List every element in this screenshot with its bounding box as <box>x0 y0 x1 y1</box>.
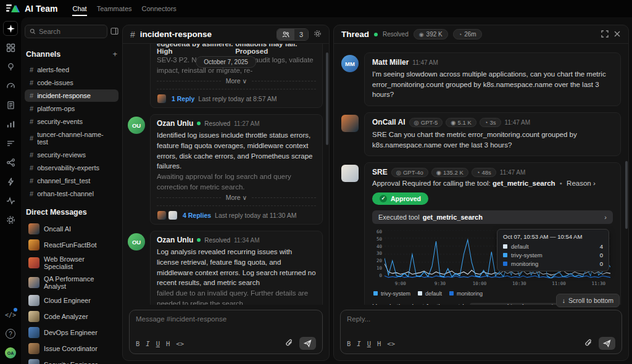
legend-item[interactable]: default <box>418 291 442 297</box>
tab-connectors[interactable]: Connectors <box>142 1 177 16</box>
search-placeholder: Search <box>39 28 60 35</box>
add-channel-button[interactable]: + <box>112 49 117 59</box>
scroll-to-bottom-button[interactable]: ↓ Scroll to bottom <box>556 294 620 307</box>
y-tick-label: 0 <box>372 273 382 278</box>
sidebar-item-tuncer-channel-name-test[interactable]: #tuncer-channel-name-test <box>25 128 118 148</box>
approved-button[interactable]: ✓ Approved <box>372 192 428 205</box>
sidebar-item-code-issues[interactable]: #code-issues <box>25 77 118 89</box>
sidebar-item-channel-first-test[interactable]: #channel_first_test <box>25 175 118 187</box>
search-input[interactable]: Search <box>25 25 107 38</box>
monitors-gauge-icon[interactable] <box>3 78 18 93</box>
close-icon[interactable] <box>613 29 621 40</box>
metrics-chart-icon[interactable] <box>3 117 18 131</box>
automations-bolt-icon[interactable] <box>3 174 18 189</box>
legend-item[interactable]: monitoring <box>449 291 483 297</box>
underline-button[interactable]: U <box>367 340 371 347</box>
y-tick-label: 60 <box>372 229 382 234</box>
sidebar-item-platform-ops[interactable]: #platform-ops <box>25 102 118 115</box>
dm-devops-engineer[interactable]: DevOps Engineer <box>25 325 118 340</box>
x-tick-label: 9:30 <box>434 281 446 286</box>
message-card[interactable]: OnCall AI ◎GPT-5 ◉5.1 K ◔3s 11:47 AM SRE… <box>364 112 621 156</box>
bold-button[interactable]: B <box>136 340 139 347</box>
dashboards-icon[interactable] <box>3 40 18 55</box>
message-card[interactable]: SRE ◎GPT-4o ◉135.2 K ◔48s 11:47 AM Appro… <box>364 162 621 305</box>
channel-scrollbar[interactable] <box>326 52 328 145</box>
message-card[interactable]: edgedelta by asimerel. High omations may… <box>150 44 323 108</box>
thread-scrollbar[interactable] <box>625 161 628 229</box>
dm-security-engineer[interactable]: Security Engineer <box>25 357 118 364</box>
code-button[interactable]: <> <box>387 340 395 347</box>
message-card[interactable]: Matt Miller 11:47 AM I'm seeing slowdown… <box>364 52 621 106</box>
avatar <box>28 239 40 250</box>
anomalies-pulse-icon[interactable] <box>3 193 18 208</box>
topbar: AI Team Chat Teammates Connectors <box>0 0 632 17</box>
app-title: AI Team <box>25 4 57 14</box>
attach-paperclip-icon[interactable] <box>285 338 293 349</box>
insights-bulb-icon[interactable] <box>3 59 18 74</box>
attach-paperclip-icon[interactable] <box>584 338 592 349</box>
ai-chat-icon[interactable] <box>3 21 18 36</box>
avatar: OU <box>128 233 145 250</box>
api-code-icon[interactable]: </> <box>3 307 18 322</box>
settings-gear-icon[interactable] <box>3 212 18 227</box>
code-button[interactable]: <> <box>176 340 184 347</box>
dm-code-analyzer[interactable]: Code Analyzer <box>25 309 118 324</box>
people-icon <box>282 31 289 38</box>
dm-qa-performance-analyst[interactable]: QA Performance Analyst <box>25 273 118 292</box>
tab-chat[interactable]: Chat <box>72 1 86 16</box>
heading-button[interactable]: H <box>377 340 381 347</box>
token-icon: ◉ <box>451 119 455 126</box>
sidebar-item-alerts-feed[interactable]: #alerts-feed <box>25 64 118 76</box>
thread-replies-link[interactable]: 1 Reply Last reply today at 8:57 AM <box>157 89 316 104</box>
sidebar-item-observability-experts[interactable]: #observability-experts <box>25 162 118 174</box>
thread-composer[interactable]: Reply... B I U H <> <box>340 310 622 354</box>
more-link[interactable]: More ∨ <box>226 77 247 85</box>
sidebar-item-security-reviews[interactable]: #security-reviews <box>25 149 118 161</box>
avatar <box>28 223 40 234</box>
metric-chart[interactable]: 6050403020100 9:009:3010:0010:3011:0011:… <box>372 229 613 288</box>
profile-avatar[interactable]: OA <box>3 345 18 360</box>
heading-button[interactable]: H <box>166 340 170 347</box>
dm-web-browser-specialist[interactable]: Web Browser Specialist <box>25 254 118 272</box>
dm-issue-coordinator[interactable]: Issue Coordinator <box>25 341 118 356</box>
italic-button[interactable]: I <box>146 340 149 347</box>
executed-tool-bar[interactable]: Executed tool get_metric_search › <box>372 210 613 224</box>
message-card[interactable]: Ozan Unlu Resolved 11:34 AM Log analysis… <box>150 231 323 305</box>
thread-replies-link[interactable]: 4 Replies Last reply today at 11:30 AM <box>157 205 316 220</box>
send-button[interactable] <box>299 337 316 350</box>
dm-cloud-engineer[interactable]: Cloud Engineer <box>25 293 118 308</box>
sidebar-item-orhan-test-channel[interactable]: #orhan-test-channel <box>25 188 118 200</box>
traces-icon[interactable] <box>3 136 18 151</box>
bold-button[interactable]: B <box>347 340 351 347</box>
send-button[interactable] <box>599 337 615 350</box>
message-card[interactable]: Ozan Unlu Resolved 11:27 AM Identified l… <box>150 114 323 225</box>
reason-link[interactable]: Reason › <box>567 180 596 187</box>
help-icon[interactable]: ? <box>3 326 18 341</box>
avatar <box>157 94 167 104</box>
channel-composer[interactable]: Message #incident-response B I U H <> <box>129 310 323 354</box>
pipelines-icon[interactable] <box>3 155 18 170</box>
dm-reactfunfactbot[interactable]: ReactFunFactBot <box>25 238 118 252</box>
tab-teammates[interactable]: Teammates <box>97 1 132 16</box>
avatar <box>28 277 40 288</box>
logs-icon[interactable] <box>3 97 18 112</box>
channel-settings-gear-icon[interactable] <box>314 29 322 40</box>
sidebar-item-security-events[interactable]: #security-events <box>25 115 118 128</box>
members-button[interactable]: 3 <box>276 28 309 41</box>
collapse-sidebar-icon[interactable] <box>110 27 118 36</box>
chevron-right-icon: › <box>604 213 607 221</box>
channel-hash: # <box>130 30 135 39</box>
more-link[interactable]: More ∨ <box>226 194 247 201</box>
x-tick-label: 11:00 <box>552 281 566 286</box>
legend-item[interactable]: trivy-system <box>373 291 410 297</box>
expand-icon[interactable] <box>601 29 609 40</box>
avatar <box>28 311 40 322</box>
italic-button[interactable]: I <box>357 340 360 347</box>
underline-button[interactable]: U <box>156 340 160 347</box>
chart-x-axis: 9:009:3010:0010:3011:0011:30 <box>385 281 610 288</box>
sidebar-item-incident-response[interactable]: #incident-response <box>25 89 118 102</box>
resolved-dot <box>197 122 201 125</box>
left-icon-rail: </> ? OA <box>0 17 21 364</box>
dm-oncall-ai[interactable]: Oncall AI <box>25 221 118 236</box>
channel-title: incident-response <box>140 30 272 39</box>
